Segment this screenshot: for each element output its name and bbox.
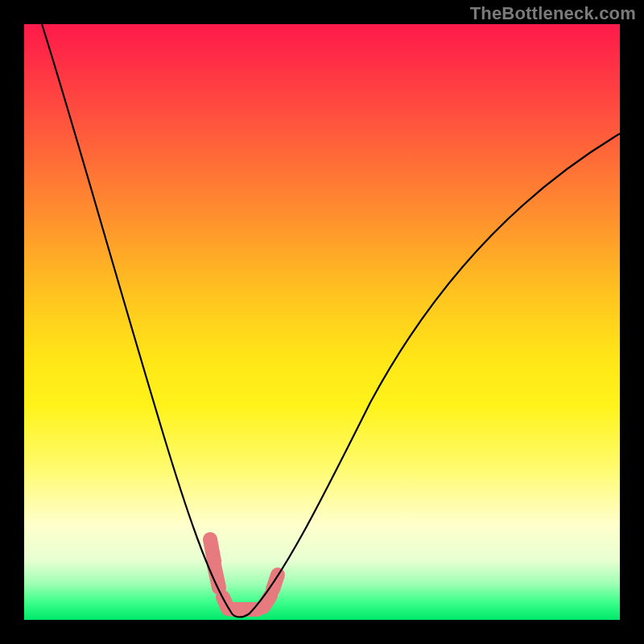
optimal-zone-marker [210,539,278,609]
watermark-text: TheBottleneck.com [470,3,636,24]
plot-area [24,24,620,620]
chart-frame: TheBottleneck.com [0,0,644,644]
curve-svg [24,24,620,620]
bottleneck-curve [42,24,620,617]
